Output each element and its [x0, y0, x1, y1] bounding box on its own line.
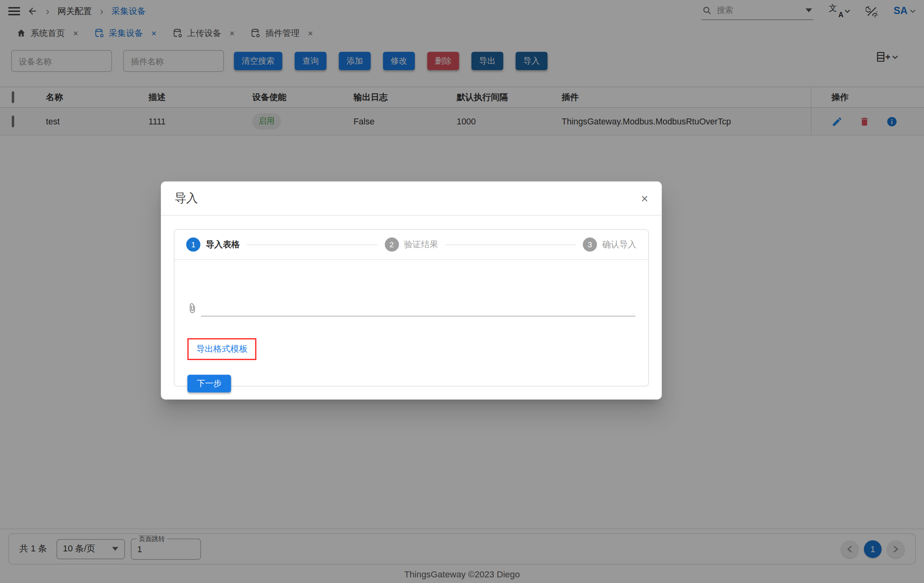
dialog-header: 导入 ×	[161, 182, 662, 216]
paperclip-icon	[187, 301, 197, 316]
export-template-button[interactable]: 导出格式模板	[187, 338, 256, 360]
step-connector	[445, 244, 576, 244]
stepper-header: 1 导入表格 2 验证结果 3 确认导入	[174, 230, 648, 260]
step-validate-result: 2 验证结果	[385, 237, 438, 251]
step-import-table: 1 导入表格	[186, 237, 240, 251]
close-icon[interactable]: ×	[641, 192, 648, 204]
import-dialog: 导入 × 1 导入表格 2 验证结果 3	[161, 182, 662, 400]
import-stepper-card: 1 导入表格 2 验证结果 3 确认导入	[174, 229, 649, 387]
dialog-title: 导入	[174, 190, 198, 206]
file-upload-field[interactable]	[187, 270, 635, 317]
app-viewport: › 网关配置 › 采集设备 搜索 文A	[0, 0, 924, 583]
step-connector	[247, 244, 377, 244]
next-step-button[interactable]: 下一步	[187, 375, 231, 393]
file-input-underline[interactable]	[201, 270, 635, 317]
step-confirm-import: 3 确认导入	[583, 237, 636, 251]
